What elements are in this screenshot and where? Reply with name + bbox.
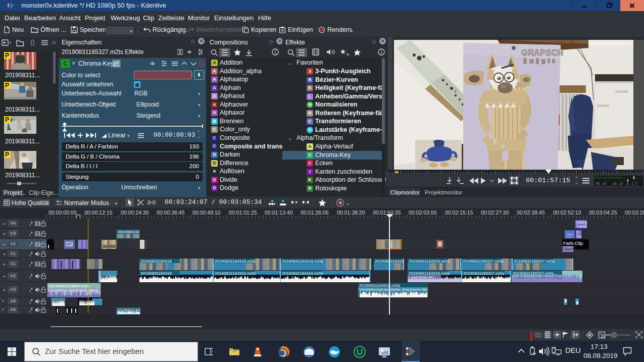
svg-text:GRAPSCH: GRAPSCH — [521, 48, 564, 57]
